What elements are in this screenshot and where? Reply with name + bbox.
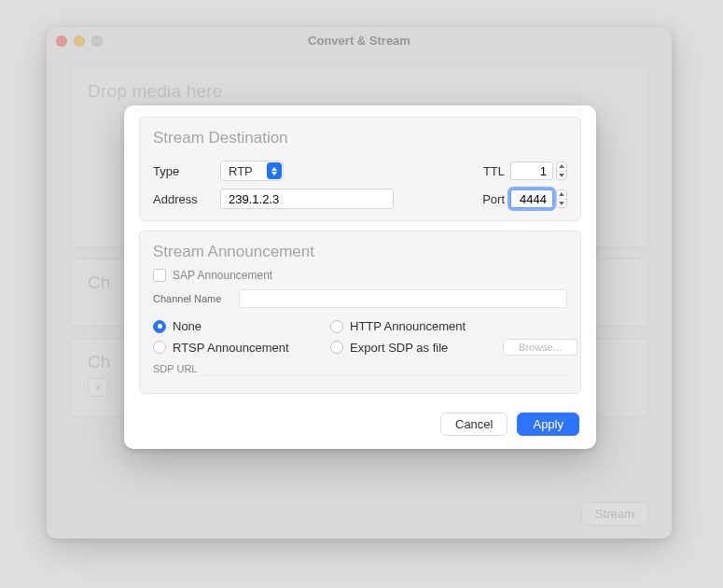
address-input[interactable] <box>220 189 394 209</box>
stream-destination-heading: Stream Destination <box>140 118 580 153</box>
apply-button[interactable]: Apply <box>517 413 579 436</box>
port-stepper[interactable] <box>556 189 567 208</box>
announcement-export-sdp-radio[interactable] <box>330 341 343 354</box>
ttl-stepper[interactable] <box>556 161 567 180</box>
channel-name-input[interactable] <box>239 289 567 308</box>
type-select[interactable]: RTP <box>220 161 284 181</box>
ttl-input[interactable] <box>510 161 553 180</box>
stream-output-sheet: Stream Destination Type RTP TTL <box>124 105 596 449</box>
ttl-label: TTL <box>477 164 505 178</box>
announcement-http-radio[interactable] <box>330 320 343 333</box>
announcement-export-sdp-label: Export SDP as file <box>350 341 448 355</box>
port-label: Port <box>477 192 505 206</box>
chevron-up-icon <box>559 164 564 168</box>
stream-announcement-group: Stream Announcement SAP Announcement Cha… <box>139 231 581 394</box>
chevron-down-icon <box>559 174 564 177</box>
browse-button[interactable]: Browse... <box>503 339 577 356</box>
channel-name-label: Channel Name <box>153 293 239 304</box>
announcement-rtsp-radio[interactable] <box>153 341 166 354</box>
announcement-none-label: None <box>173 319 202 333</box>
sdp-url-label: SDP URL <box>153 363 198 374</box>
chevron-up-icon <box>559 192 564 196</box>
type-select-value: RTP <box>229 164 253 178</box>
stream-destination-group: Stream Destination Type RTP TTL <box>139 117 581 221</box>
type-label: Type <box>153 164 220 178</box>
chevron-updown-icon <box>267 162 282 179</box>
sap-announcement-checkbox[interactable] <box>153 269 166 282</box>
port-input[interactable] <box>510 189 553 208</box>
address-label: Address <box>153 192 220 206</box>
stream-announcement-heading: Stream Announcement <box>140 231 580 267</box>
announcement-rtsp-label: RTSP Announcement <box>173 341 289 355</box>
announcement-none-radio[interactable] <box>153 320 166 333</box>
chevron-down-icon <box>559 202 564 205</box>
sap-announcement-label: SAP Announcement <box>173 269 272 282</box>
announcement-http-label: HTTP Announcement <box>350 319 466 333</box>
cancel-button[interactable]: Cancel <box>440 413 507 436</box>
sdp-url-input[interactable] <box>198 361 567 376</box>
